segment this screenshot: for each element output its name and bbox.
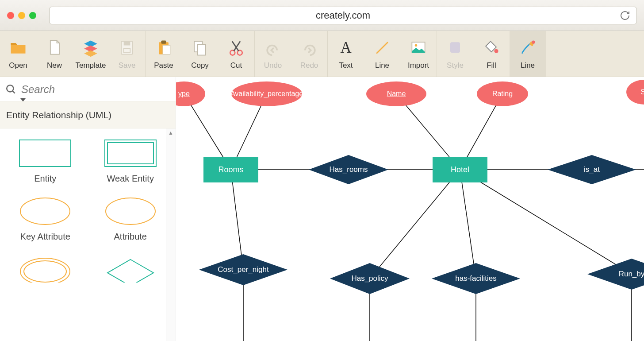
search-input[interactable]: [21, 83, 170, 96]
toolbar-group: OpenNewTemplateSave: [0, 31, 146, 77]
entity-label: Rooms: [218, 165, 243, 174]
save-icon: [117, 38, 137, 58]
sidebar-scrollbar[interactable]: [166, 128, 176, 341]
tool-label: Style: [447, 61, 464, 70]
shape-relationship[interactable]: [88, 255, 173, 283]
relationship-run_by[interactable]: Run_by: [587, 259, 644, 290]
attribute-label: Rating: [492, 90, 513, 98]
search-row: [0, 77, 176, 102]
import-icon: [408, 38, 429, 58]
svg-rect-21: [19, 140, 71, 167]
window-controls: [7, 12, 36, 19]
attribute-label: St: [640, 88, 644, 96]
shape-preview: [19, 255, 72, 283]
toolbar-group: ATextLineImport: [328, 31, 437, 77]
tool-label: Copy: [191, 61, 209, 70]
svg-rect-4: [161, 40, 166, 43]
svg-point-15: [415, 44, 418, 46]
svg-rect-1: [124, 41, 130, 45]
svg-line-20: [12, 91, 15, 93]
shape-attribute[interactable]: Attribute: [88, 197, 173, 242]
relationship-label: is_at: [584, 165, 600, 174]
redo-icon: [299, 38, 319, 58]
undo-button: Undo: [255, 31, 291, 77]
toolbar-group: StyleFillLine: [437, 31, 546, 77]
attribute-avail[interactable]: Availability_percentage: [231, 81, 302, 106]
entity-hotel[interactable]: Hotel: [433, 157, 487, 182]
shape-category-header[interactable]: Entity Relationship (UML): [0, 102, 176, 128]
shape-weak-entity[interactable]: Weak Entity: [88, 139, 173, 184]
line-button[interactable]: Line: [364, 31, 400, 77]
fill-icon: [481, 38, 502, 58]
toolbar-group: UndoRedo: [255, 31, 328, 77]
new-button[interactable]: New: [36, 31, 73, 77]
scroll-up-button[interactable]: ▲: [166, 128, 176, 137]
shape-label: Entity: [34, 174, 56, 184]
tool-label: Fill: [487, 61, 496, 70]
maximize-window-button[interactable]: [29, 12, 36, 19]
attribute-label: Availability_percentage: [230, 90, 303, 98]
attribute-rating[interactable]: Rating: [477, 81, 528, 106]
svg-point-17: [494, 49, 498, 53]
fill-button[interactable]: Fill: [473, 31, 510, 77]
relationship-label: Cost_per_night: [218, 265, 268, 274]
tool-label: Paste: [154, 61, 173, 70]
attribute-st[interactable]: St: [626, 80, 644, 105]
svg-line-36: [370, 170, 460, 279]
open-button[interactable]: Open: [0, 31, 36, 77]
shape-multivalued[interactable]: [3, 255, 88, 283]
style-button: Style: [437, 31, 473, 77]
svg-line-37: [460, 170, 476, 279]
svg-rect-23: [107, 143, 153, 164]
svg-point-27: [24, 261, 66, 282]
relationship-has_facilities[interactable]: has-facilities: [432, 263, 520, 294]
style-icon: [445, 38, 465, 58]
close-window-button[interactable]: [7, 12, 14, 19]
shape-label: Key Attribute: [20, 232, 70, 242]
import-button[interactable]: Import: [400, 31, 437, 77]
paste-button[interactable]: Paste: [146, 31, 182, 77]
cut-icon: [226, 38, 246, 58]
paste-icon: [153, 38, 174, 58]
relationship-has_policy[interactable]: Has_policy: [330, 263, 410, 294]
shape-preview: [104, 255, 157, 283]
undo-icon: [263, 38, 283, 58]
relationship-cost[interactable]: Cost_per_night: [199, 254, 288, 285]
text-button[interactable]: AText: [328, 31, 364, 77]
reload-icon[interactable]: [620, 10, 630, 21]
relationship-label: has-facilities: [455, 274, 497, 283]
file-icon: [44, 38, 65, 58]
template-button[interactable]: Template: [73, 31, 109, 77]
shape-key-attribute[interactable]: Key Attribute: [3, 197, 88, 242]
dropdown-caret-icon[interactable]: [20, 98, 26, 104]
redo-button: Redo: [291, 31, 327, 77]
relationship-is_at[interactable]: is_at: [548, 155, 636, 184]
svg-point-18: [532, 40, 535, 43]
copy-button[interactable]: Copy: [182, 31, 218, 77]
entity-rooms[interactable]: Rooms: [203, 157, 258, 182]
shape-entity[interactable]: Entity: [3, 139, 88, 184]
svg-point-26: [20, 258, 70, 283]
svg-rect-22: [105, 140, 156, 167]
attribute-name[interactable]: Name: [366, 81, 426, 106]
url-bar[interactable]: creately.com: [49, 7, 637, 24]
shape-preview: [19, 197, 72, 225]
minimize-window-button[interactable]: [18, 12, 25, 19]
svg-point-25: [106, 198, 155, 225]
relationship-label: Has_policy: [351, 274, 388, 283]
entity-label: Hotel: [451, 165, 469, 174]
shape-preview: [19, 139, 72, 167]
tool-label: Cut: [230, 61, 242, 70]
relationship-has_rooms[interactable]: Has_rooms: [309, 155, 388, 184]
linestyle-button[interactable]: Line: [510, 31, 546, 77]
url-text: creately.com: [316, 10, 370, 21]
diagram-canvas[interactable]: ypeAvailability_percentageNameRatingStRo…: [176, 77, 644, 341]
attribute-type[interactable]: ype: [176, 81, 205, 106]
search-icon: [5, 84, 17, 95]
shape-label: Weak Entity: [107, 174, 154, 184]
line-icon: [372, 38, 392, 58]
text-icon: A: [336, 38, 356, 58]
svg-point-19: [7, 85, 13, 92]
tool-label: New: [47, 61, 62, 70]
cut-button[interactable]: Cut: [218, 31, 254, 77]
